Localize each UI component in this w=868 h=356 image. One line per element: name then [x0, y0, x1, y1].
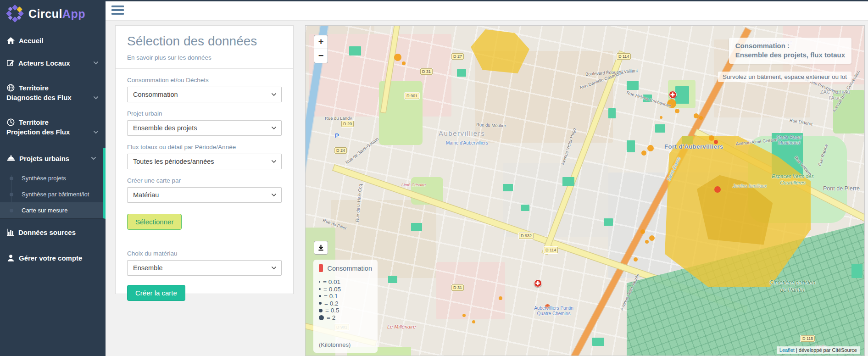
sidebar-item-accueil[interactable]: Accueil — [0, 31, 106, 50]
page-title: Sélection des données — [127, 34, 282, 49]
data-point-dot[interactable] — [472, 320, 475, 323]
legend-color-swatch — [319, 264, 323, 272]
road-shield: D 31 — [420, 68, 433, 75]
periode-select[interactable]: Toutes les périodes/années — [127, 154, 282, 169]
legend-unit: (Kilotonnes) — [319, 341, 351, 348]
globe-icon — [6, 83, 15, 92]
legend-row: = 0.05 — [319, 286, 372, 293]
more-info-link[interactable]: En savoir plus sur les données — [127, 54, 282, 61]
chevron-down-icon — [93, 60, 99, 66]
chevron-down-icon — [93, 129, 99, 135]
app-logo[interactable]: CirculApp — [0, 0, 106, 27]
download-map-button[interactable] — [314, 241, 328, 255]
data-point-dot[interactable] — [462, 314, 466, 317]
field-label-carte-par: Créer une carte par — [127, 177, 282, 184]
road-shield: D 24 — [334, 147, 347, 154]
data-point-dot[interactable] — [647, 145, 654, 151]
field-label-flux-totaux: Flux totaux ou détail par Période/Année — [127, 144, 282, 150]
hamburger-menu-icon[interactable] — [111, 6, 124, 17]
field-label-consommation-dechets: Consommation et/ou Déchets — [127, 77, 282, 83]
legend-rows: = 0.01= 0.05= 0.1= 0.2= 0.5= 2 — [319, 278, 372, 321]
app-name: CirculApp — [28, 7, 85, 21]
data-point-dot[interactable] — [694, 113, 699, 118]
edit-icon — [6, 59, 15, 67]
bullet-icon — [10, 209, 13, 212]
legend-row: = 2 — [319, 314, 372, 321]
sidebar-item-gerer-compte[interactable]: Gérer votre compte — [0, 248, 106, 268]
divider — [116, 68, 293, 69]
field-label-projet-urbain: Projet urbain — [127, 110, 282, 117]
map-label: Aimé Césaire — [401, 183, 426, 187]
data-point-dot[interactable] — [499, 296, 502, 300]
sidebar-subitem-synthese-projets[interactable]: Synthèse projets — [0, 170, 103, 186]
zoom-out-button[interactable]: − — [314, 49, 328, 63]
data-selection-panel: Sélection des données En savoir plus sur… — [115, 25, 294, 294]
map-label: Rue du Landy — [325, 116, 352, 121]
road-shield: D 31 — [451, 284, 464, 291]
map-label: P — [335, 132, 339, 139]
sidebar-item-donnees-sources[interactable]: Données sources — [0, 222, 106, 242]
sidebar-subitem-carte-sur-mesure[interactable]: Carte sur mesure — [0, 202, 103, 218]
map-info-panel: Consommation : Ensemble des projets, flu… — [729, 38, 851, 64]
projets-urbains-submenu: Synthèse projets Synthèse par bâtiment/l… — [0, 168, 103, 218]
chevron-down-icon — [93, 95, 99, 101]
map-label: Pont de Pierre — [823, 185, 860, 192]
road-shield: D 114 — [617, 53, 631, 60]
sidebar-item-acteurs-locaux[interactable]: Acteurs Locaux — [0, 53, 106, 72]
helmet-icon — [6, 154, 16, 163]
road-shield: D 27 — [451, 53, 464, 60]
data-point-dot[interactable] — [394, 54, 401, 61]
sidebar-item-projets-urbains[interactable]: Projets urbains — [0, 148, 103, 168]
road-shield: D 932 — [519, 233, 534, 239]
data-point-dot[interactable] — [641, 150, 646, 156]
data-point-dot[interactable] — [649, 235, 655, 241]
sidebar-group-projets-urbains: Projets urbains Synthèse projets Synthès… — [0, 148, 106, 219]
map-card: AubervilliersMairie d'AubervilliersFort … — [305, 25, 865, 356]
health-cross-marker[interactable] — [534, 279, 542, 287]
zoom-in-button[interactable]: + — [314, 35, 328, 49]
info-panel-line2: Ensemble des projets, flux totaux — [735, 50, 845, 60]
map-legend: Consommation = 0.01= 0.05= 0.1= 0.2= 0.5… — [313, 260, 378, 353]
projet-urbain-select[interactable]: Ensemble des projets — [127, 120, 282, 136]
map-label: Rue du Moutier — [476, 122, 506, 128]
sidebar-item-territoire-diagnostic[interactable]: Territoire Diagnostic des Flux — [0, 79, 106, 107]
chevron-down-icon — [90, 155, 97, 161]
map-label: Jardins familiaux — [731, 184, 768, 189]
selectionner-button[interactable]: Sélectionner — [127, 214, 182, 230]
legend-title: Consommation — [327, 265, 372, 272]
bullet-icon — [10, 193, 13, 196]
data-point-dot[interactable] — [640, 229, 645, 234]
data-point-dot[interactable] — [699, 116, 703, 120]
legend-dot-icon — [319, 281, 320, 283]
map-zoom-control: + − — [314, 35, 328, 63]
leaflet-map[interactable]: AubervilliersMairie d'AubervilliersFort … — [306, 26, 864, 356]
data-point-dot[interactable] — [402, 61, 406, 65]
bullet-icon — [10, 177, 13, 180]
sidebar-item-territoire-projection[interactable]: Territoire Projection des Flux — [0, 113, 106, 141]
creer-la-carte-button[interactable]: Créer la carte — [127, 285, 185, 301]
road-shield: D 20 — [341, 121, 354, 127]
sidebar-subitem-synthese-batiment[interactable]: Synthèse par bâtiment/lot — [0, 186, 103, 202]
data-point-dot[interactable] — [645, 240, 649, 244]
clock-icon — [6, 118, 15, 127]
legend-dot-icon — [319, 288, 321, 290]
content-area: Sélection des données En savoir plus sur… — [106, 21, 868, 356]
materiau-select[interactable]: Ensemble — [127, 260, 282, 276]
map-label: Fort d'Aubervilliers — [664, 143, 723, 150]
data-point-dot[interactable] — [714, 186, 721, 193]
map-hover-hint: Survolez un bâtiment, espace extérieur o… — [718, 72, 851, 82]
map-label: Mairie d'Aubervilliers — [446, 140, 488, 146]
topbar — [106, 0, 868, 21]
map-label: Cimetière parisien de Pantin — [767, 279, 818, 294]
carte-par-select[interactable]: Matériau — [127, 187, 282, 203]
data-point-dot[interactable] — [634, 257, 638, 261]
data-point-dot[interactable] — [660, 116, 662, 119]
data-point-dot[interactable] — [675, 109, 679, 113]
road-shield: D 901 — [405, 93, 419, 99]
consommation-dechets-select[interactable]: Consommation — [127, 87, 282, 102]
circulapp-logo-icon — [6, 5, 24, 22]
sidebar: CirculApp Accueil Acteurs Locaux Territo… — [0, 0, 106, 356]
health-cross-marker[interactable] — [669, 91, 677, 99]
data-point-dot[interactable] — [709, 135, 714, 141]
leaflet-link[interactable]: Leaflet — [779, 347, 795, 353]
